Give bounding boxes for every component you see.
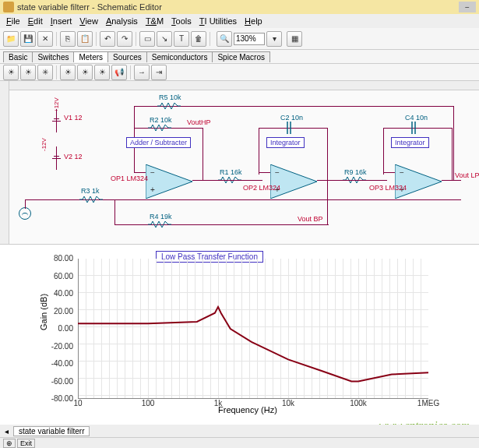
tool-close[interactable]: ✕ [37,31,53,47]
xtick: 100k [343,399,374,407]
ytick: 40.00 [45,289,73,298]
label-r5: R5 10k [159,93,181,101]
tool-redo[interactable]: ↷ [117,31,132,47]
ruler-horizontal [0,81,479,90]
tool-grid[interactable]: ▦ [287,31,302,47]
xtick: 10k [273,399,304,407]
zoom-group: 🔍 ▾ [217,31,282,47]
opamp-op1[interactable]: −+ [146,164,200,199]
label-op2: OP2 LM324 [243,184,280,192]
status-exit[interactable]: Exit [17,439,35,448]
tool-select[interactable]: ▭ [139,31,155,47]
tool-paste[interactable]: 📋 [77,31,93,47]
status-cursor-icon[interactable]: ⊕ [3,439,16,448]
palette-item-3[interactable]: ✳ [37,65,53,80]
bottom-tabs: ◂ state variable filterr [0,425,479,437]
tool-delete[interactable]: 🗑 [191,31,206,47]
menu-tam[interactable]: T&M [143,16,167,26]
tool-copy[interactable]: ⎘ [60,31,76,47]
palette-item-1[interactable]: ☀ [3,65,19,80]
tool-wire[interactable]: ↘ [157,31,172,47]
schematic-canvas[interactable]: +12V -12V V1 12 V2 12 R5 10k R3 1k [0,81,479,245]
app-icon [3,2,14,12]
menu-analysis[interactable]: Analysis [103,16,141,26]
xtick: 100 [132,399,164,407]
zoom-dropdown[interactable]: ▾ [266,31,282,47]
tool-open[interactable]: 📁 [3,31,19,47]
node-voutlp: Vout LP [455,171,479,179]
cap-c4[interactable] [408,122,419,136]
svg-text:−: − [400,168,404,177]
menu-view[interactable]: View [76,16,101,26]
block-integ1: Integrator [266,137,305,148]
y-axis-label: Gain (dB) [39,294,48,330]
node-vouthp: VoutHP [187,118,211,126]
minimize-button[interactable]: − [459,2,476,12]
palette-item-9[interactable]: ⇥ [151,65,167,80]
titlebar: state variable filterr - Schematic Edito… [0,0,479,14]
label-v2: V2 12 [64,153,83,161]
tool-text[interactable]: T [174,31,189,47]
resistor-r2[interactable] [148,124,171,132]
window-title: state variable filterr - Schematic Edito… [17,2,162,12]
block-adder: Adder / Subtracter [126,137,191,148]
tab-switches[interactable]: Switches [32,51,74,62]
ruler-vertical [0,81,9,244]
block-integ2: Integrator [391,137,429,148]
bottom-tab-schematic[interactable]: state variable filterr [13,426,90,436]
palette-item-8[interactable]: → [134,65,150,80]
menu-insert[interactable]: Insert [48,16,76,26]
palette-item-6[interactable]: ☀ [94,65,110,80]
ytick: 80.00 [45,254,73,263]
tab-spice[interactable]: Spice Macros [212,51,270,62]
tab-basic[interactable]: Basic [3,51,33,62]
zoom-input[interactable] [234,33,265,45]
resistor-r3[interactable] [79,196,103,203]
ytick: 20.00 [45,307,73,316]
palette-item-5[interactable]: ☀ [77,65,93,80]
ytick: -40.00 [45,359,73,368]
label-r2: R2 10k [150,116,172,124]
ytick: -20.00 [45,342,73,351]
tab-sources[interactable]: Sources [107,51,147,62]
tool-undo[interactable]: ↶ [100,31,115,47]
ytick: -60.00 [45,377,73,386]
palette-item-7[interactable]: 📢 [111,65,127,80]
label-op1: OP1 LM324 [111,175,148,182]
tab-meters[interactable]: Meters [73,51,108,62]
label-r4: R4 19k [150,213,172,220]
sine-source[interactable] [19,207,31,220]
menu-file[interactable]: File [3,16,23,26]
toolbar: 📁 💾 ✕ ⎘ 📋 ↶ ↷ ▭ ↘ T 🗑 🔍 ▾ ▦ [0,28,479,50]
graph-area: Low Pass Transfer Function -80.00-60.00-… [0,245,479,424]
palette-item-2[interactable]: ☀ [20,65,36,80]
menu-tiu[interactable]: TI Utilities [196,16,240,26]
opamp-op3[interactable]: −+ [395,164,449,199]
zoom-fit[interactable]: 🔍 [217,31,232,47]
svg-text:+: + [150,185,155,194]
palette-item-4[interactable]: ☀ [60,65,76,80]
component-tabbar: Basic Switches Meters Sources Semiconduc… [0,50,479,64]
label-c4: C4 10n [405,114,428,122]
ytick: 60.00 [45,272,73,280]
component-palette: ☀ ☀ ✳ ☀ ☀ ☀ 📢 → ⇥ [0,64,479,81]
statusbar: ⊕ Exit [0,437,479,448]
xtick: 10 [62,399,93,407]
schematic-content: +12V -12V V1 12 V2 12 R5 10k R3 1k [9,90,479,244]
resistor-r4[interactable] [148,220,171,228]
cap-c2[interactable] [284,122,294,136]
menu-edit[interactable]: Edit [25,16,46,26]
opamp-op2[interactable]: −+ [270,164,325,199]
label-v1: V1 12 [64,114,83,122]
resistor-r5[interactable] [157,102,181,110]
tool-save[interactable]: 💾 [20,31,36,47]
tab-semiconductors[interactable]: Semiconductors [146,51,213,62]
ytick: 0.00 [45,324,73,333]
rail-minus12v: -12V [41,138,48,151]
label-op3: OP3 LM324 [369,184,407,192]
menu-help[interactable]: Help [241,16,266,26]
label-r9: R9 16k [344,168,367,176]
menubar: File Edit Insert View Analysis T&M Tools… [0,14,479,28]
graph-curve [78,259,428,399]
menu-tools[interactable]: Tools [168,16,195,26]
